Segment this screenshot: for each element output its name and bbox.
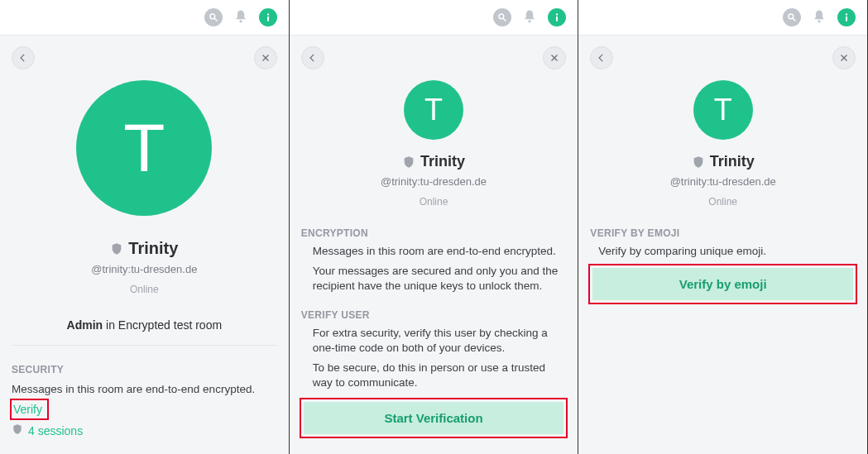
verify-by-emoji-button[interactable]: Verify by emoji bbox=[592, 268, 853, 300]
presence-status: Online bbox=[130, 284, 159, 295]
topbar bbox=[0, 0, 289, 35]
svg-point-9 bbox=[529, 20, 531, 22]
topbar bbox=[290, 0, 578, 35]
avatar: T bbox=[693, 80, 753, 140]
start-verification-button[interactable]: Start Verification bbox=[304, 402, 564, 434]
panel-body: T Trinity @trinity:tu-dresden.de Online … bbox=[578, 35, 867, 454]
display-name-row: Trinity bbox=[692, 153, 755, 170]
shield-icon bbox=[12, 423, 23, 437]
bell-icon[interactable] bbox=[521, 8, 538, 27]
e2e-text: Messages in this room are end-to-end enc… bbox=[12, 382, 277, 397]
encryption-text-2: Your messages are secured and only you a… bbox=[301, 264, 567, 294]
close-button[interactable] bbox=[543, 46, 566, 69]
svg-point-2 bbox=[239, 20, 242, 22]
search-icon[interactable] bbox=[783, 8, 801, 26]
profile-block: T Trinity @trinity:tu-dresden.de Online bbox=[590, 77, 856, 208]
panel-verify-by-emoji: T Trinity @trinity:tu-dresden.de Online … bbox=[578, 0, 868, 454]
role-name: Admin bbox=[67, 318, 103, 332]
shield-icon bbox=[692, 155, 705, 169]
shield-icon bbox=[402, 155, 415, 169]
sessions-row: 4 sessions bbox=[12, 423, 277, 437]
svg-point-17 bbox=[846, 13, 847, 15]
role-line: Admin in Encrypted test room bbox=[12, 318, 277, 346]
svg-rect-4 bbox=[267, 17, 269, 22]
encryption-section-label: ENCRYPTION bbox=[301, 227, 567, 239]
verify-emoji-text: Verify by comparing unique emoji. bbox=[590, 244, 856, 259]
sessions-link[interactable]: 4 sessions bbox=[28, 424, 83, 437]
svg-point-10 bbox=[556, 13, 558, 15]
user-handle: @trinity:tu-dresden.de bbox=[670, 175, 776, 188]
panel-profile-overview: T Trinity @trinity:tu-dresden.de Online … bbox=[0, 0, 290, 454]
shield-icon bbox=[110, 242, 123, 256]
display-name-row: Trinity bbox=[402, 153, 465, 170]
panel-body: T Trinity @trinity:tu-dresden.de Online … bbox=[290, 35, 578, 454]
back-button[interactable] bbox=[12, 46, 35, 69]
role-context: in Encrypted test room bbox=[103, 318, 222, 332]
svg-rect-11 bbox=[556, 17, 558, 22]
verify-user-text-1: For extra security, verify this user by … bbox=[301, 326, 567, 356]
info-icon[interactable] bbox=[837, 8, 856, 26]
search-icon[interactable] bbox=[204, 8, 223, 26]
profile-block: T Trinity @trinity:tu-dresden.de Online bbox=[12, 77, 277, 295]
display-name-row: Trinity bbox=[110, 239, 178, 258]
topbar bbox=[578, 0, 867, 35]
avatar: T bbox=[404, 80, 463, 140]
user-handle: @trinity:tu-dresden.de bbox=[91, 263, 197, 275]
search-icon[interactable] bbox=[493, 8, 511, 26]
back-button[interactable] bbox=[590, 46, 613, 69]
user-handle: @trinity:tu-dresden.de bbox=[381, 175, 487, 188]
close-button[interactable] bbox=[254, 46, 277, 69]
security-section-label: SECURITY bbox=[12, 364, 277, 375]
svg-line-15 bbox=[793, 18, 795, 21]
profile-block: T Trinity @trinity:tu-dresden.de Online bbox=[301, 77, 567, 208]
close-button[interactable] bbox=[832, 46, 856, 69]
svg-rect-18 bbox=[846, 17, 847, 22]
verify-highlight: Verify bbox=[12, 400, 47, 418]
start-verification-highlight: Start Verification bbox=[301, 399, 567, 437]
presence-status: Online bbox=[708, 196, 737, 208]
info-icon[interactable] bbox=[259, 8, 277, 26]
info-icon[interactable] bbox=[548, 8, 566, 26]
verify-link[interactable]: Verify bbox=[13, 402, 42, 417]
bell-icon[interactable] bbox=[811, 8, 827, 27]
verify-emoji-highlight: Verify by emoji bbox=[590, 265, 856, 303]
panel-verify-user: T Trinity @trinity:tu-dresden.de Online … bbox=[290, 0, 579, 454]
display-name: Trinity bbox=[128, 239, 178, 258]
back-button[interactable] bbox=[301, 46, 324, 69]
svg-line-8 bbox=[504, 18, 506, 21]
verify-emoji-section-label: VERIFY BY EMOJI bbox=[590, 227, 856, 239]
bell-icon[interactable] bbox=[233, 8, 249, 27]
verify-user-section-label: VERIFY USER bbox=[301, 309, 567, 321]
svg-line-1 bbox=[214, 18, 217, 21]
encryption-text-1: Messages in this room are end-to-end enc… bbox=[301, 244, 567, 259]
svg-point-3 bbox=[267, 13, 269, 15]
display-name: Trinity bbox=[710, 153, 755, 170]
avatar: T bbox=[76, 80, 212, 216]
svg-point-16 bbox=[818, 20, 820, 22]
verify-user-text-2: To be secure, do this in person or use a… bbox=[301, 361, 567, 390]
display-name: Trinity bbox=[420, 153, 465, 170]
presence-status: Online bbox=[420, 196, 448, 208]
panel-body: T Trinity @trinity:tu-dresden.de Online … bbox=[0, 35, 289, 454]
